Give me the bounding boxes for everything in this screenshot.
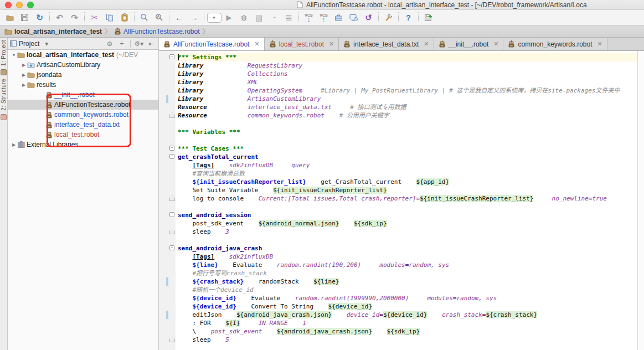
hide-panel-icon[interactable]: ⇤ [146, 40, 156, 48]
tree-item-allfunctiontestcase.robot[interactable]: AllFunctionTestcase.robot [8, 100, 158, 110]
open-folder-icon[interactable] [2, 11, 17, 24]
debug-icon[interactable] [236, 11, 251, 24]
redo-icon[interactable]: ↷ [67, 11, 82, 24]
rollback-icon[interactable]: ↺ [361, 11, 376, 24]
recent-changes-icon[interactable] [346, 11, 361, 24]
shelve-icon[interactable] [331, 11, 346, 24]
run-config-dropdown-icon[interactable]: ▾ [207, 11, 221, 24]
fold-marker-icon[interactable]: − [169, 54, 174, 59]
paste-icon[interactable] [117, 11, 132, 24]
tab-close-icon[interactable]: ✕ [421, 40, 429, 48]
tree-expand-icon[interactable]: ▼ [11, 53, 17, 58]
structure-tool-icon[interactable] [1, 114, 7, 120]
code-line: #随机一个device_id [178, 286, 637, 294]
code-line: ${device_id} Convert To String ${device_… [178, 302, 637, 311]
undo-icon[interactable]: ↶ [52, 11, 67, 24]
sync-icon[interactable]: ↻ [32, 11, 47, 24]
fold-marker-icon[interactable]: − [169, 212, 174, 217]
code-line: send_android_java_crash [178, 244, 637, 253]
locate-icon[interactable]: ⊕ [105, 40, 115, 48]
editor-tab-local_test.robot[interactable]: local_test.robot✕ [265, 38, 339, 50]
tree-item-local_test.robot[interactable]: local_test.robot [8, 130, 158, 140]
fold-end-marker-icon [169, 195, 175, 201]
folder-icon [4, 28, 12, 35]
package-icon [27, 61, 35, 68]
fold-marker-icon[interactable]: − [169, 245, 174, 250]
copy-icon[interactable] [102, 11, 117, 24]
tab-close-icon[interactable]: ✕ [327, 40, 334, 48]
tree-item-label: ArtisanCustomLibrary [35, 61, 100, 69]
editor-tab-interface_test_data.txt[interactable]: interface_test_data.txt✕ [339, 38, 434, 50]
close-window-button[interactable] [5, 2, 12, 8]
project-tool-icon[interactable] [1, 69, 7, 75]
settings-wrench-icon[interactable] [381, 11, 396, 24]
gear-icon[interactable]: ⚙▾ [134, 40, 144, 48]
fold-end-marker-icon [169, 337, 175, 342]
tree-item-interface_test_data.txt[interactable]: interface_test_data.txt [8, 120, 158, 130]
code-line: Library XML [178, 78, 637, 86]
collapse-all-icon[interactable]: ÷ [117, 40, 127, 48]
zoom-window-button[interactable] [27, 2, 34, 8]
coverage-icon[interactable]: ▧ [251, 11, 266, 24]
code-line: Set Suite Variable ${init_issueCrashRepo… [178, 186, 637, 194]
save-all-icon[interactable] [421, 11, 436, 24]
main-toolbar: ↻↶↷✂A←→▾▶▧◔≣VCS↓VCS↑↺? [0, 10, 644, 25]
robot-icon [343, 40, 351, 48]
tab-close-icon[interactable]: ✕ [595, 40, 602, 48]
editor-tab-allfunctiontestcase.robot[interactable]: AllFunctionTestcase.robot✕ [159, 38, 265, 50]
robot-icon [44, 91, 53, 99]
replace-icon[interactable]: A [152, 11, 167, 24]
fold-marker-icon[interactable]: − [169, 154, 174, 159]
folder-icon [27, 81, 35, 88]
project-panel: Project ▾ ⊕ ÷ ⚙▾ ⇤ ▼local_artisan_interf… [8, 38, 159, 350]
ide-window: AllFunctionTestcase.robot - local_artisa… [0, 0, 644, 350]
tree-item-common_keywords.robot[interactable]: common_keywords.robot [8, 110, 158, 120]
find-icon[interactable] [137, 11, 152, 24]
tool-window-button-structure[interactable]: 2: Structure [1, 79, 7, 111]
tree-expand-icon[interactable]: ▶ [21, 73, 27, 78]
tree-expand-icon[interactable]: ▶ [21, 83, 27, 87]
breadcrumb-item[interactable]: AllFunctionTestcase.robot [113, 28, 200, 35]
tree-expand-icon[interactable]: ▶ [11, 142, 17, 147]
run-with-coverage-icon[interactable]: ≣ [281, 11, 296, 24]
tab-close-icon[interactable]: ✕ [252, 40, 259, 48]
libs-icon [17, 141, 25, 148]
editor-tab-common_keywords.robot[interactable]: common_keywords.robot✕ [503, 38, 607, 50]
help-icon[interactable]: ? [401, 11, 416, 24]
scrollbar-stripe[interactable] [637, 51, 644, 350]
editor-tab-__init__.robot[interactable]: __init__.robot✕ [434, 38, 504, 50]
code-line [178, 136, 637, 145]
vcs-commit-icon[interactable]: VCS↑ [316, 11, 331, 24]
tree-item-jsondata[interactable]: ▶jsondata [8, 70, 158, 80]
fold-marker-icon[interactable]: − [169, 146, 174, 151]
tree-item-label: AllFunctionTestcase.robot [53, 101, 130, 109]
tree-item-path-suffix: (~/DEV [114, 51, 138, 59]
vcs-change-marker [166, 277, 168, 286]
code-line: Library OperatingSystem #Library | My_Po… [178, 86, 637, 95]
profiler-icon[interactable]: ◔ [266, 11, 281, 24]
robot-icon [44, 131, 53, 138]
editor-tab-bar: AllFunctionTestcase.robot✕local_test.rob… [159, 38, 644, 51]
tree-item-results[interactable]: ▶results [8, 80, 158, 90]
code-editor[interactable]: *** Settings ***Library RequestsLibraryL… [176, 51, 637, 350]
tree-item-artisancustomlibrary[interactable]: ▶ArtisanCustomLibrary [8, 60, 158, 70]
workspace: 1: Project2: Structure Project ▾ ⊕ ÷ ⚙▾ … [0, 38, 644, 350]
vcs-update-icon[interactable]: VCS↓ [301, 11, 316, 24]
tool-window-button-project[interactable]: 1: Project [1, 40, 7, 66]
robot-icon [44, 101, 53, 109]
forward-icon[interactable]: → [187, 11, 202, 24]
tree-item-label: results [35, 81, 56, 89]
run-icon[interactable]: ▶ [221, 11, 236, 24]
back-icon[interactable]: ← [172, 11, 187, 24]
tree-item-external-libraries[interactable]: ▶External Libraries [8, 140, 158, 150]
tree-item-local_artisan_interface_test[interactable]: ▼local_artisan_interface_test(~/DEV [8, 50, 158, 60]
toolbar-separator [84, 12, 85, 23]
tree-expand-icon[interactable]: ▶ [21, 63, 27, 68]
cut-icon[interactable]: ✂ [87, 11, 102, 24]
save-file-icon[interactable] [17, 11, 32, 24]
project-view-dropdown-arrow-icon[interactable]: ▾ [42, 40, 51, 48]
tab-close-icon[interactable]: ✕ [491, 40, 498, 48]
tree-item-__init__.robot[interactable]: __init__.robot [8, 90, 158, 100]
breadcrumb-item[interactable]: local_artisan_interface_test [3, 28, 103, 35]
minimize-window-button[interactable] [16, 2, 23, 8]
